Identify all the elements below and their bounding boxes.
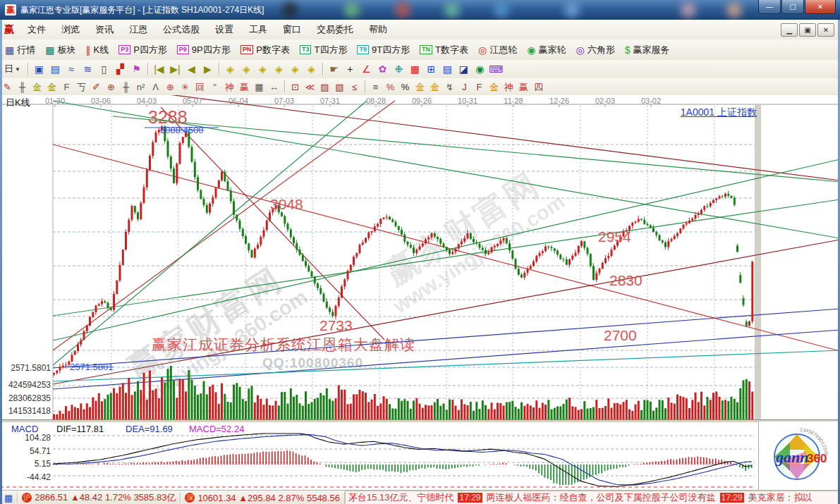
toolbar-button-sectors[interactable]: ▩板块 — [40, 39, 80, 60]
draw-tool-20[interactable]: ⊡ — [288, 82, 303, 92]
draw-tool-11[interactable]: Λ — [148, 82, 163, 92]
draw-tool-36[interactable]: 四 — [531, 82, 546, 92]
first-bar-icon[interactable]: |◀ — [151, 64, 167, 74]
ai-icon[interactable]: ❉ — [391, 64, 407, 74]
gann-diamond-1-icon[interactable]: ◈ — [222, 64, 238, 74]
gann-diamond-4-icon[interactable]: ◈ — [271, 64, 287, 74]
calculator-icon[interactable]: ⊞ — [423, 64, 439, 74]
panel-divider[interactable] — [0, 419, 840, 423]
calendar-icon[interactable]: ▦ — [407, 64, 423, 74]
menu-trade[interactable]: 交易委托 — [309, 20, 361, 39]
draw-tool-24[interactable]: ≤ — [347, 82, 362, 92]
crosshair-icon[interactable]: + — [342, 64, 358, 74]
draw-tool-10[interactable]: n² — [133, 82, 148, 92]
draw-tool-6[interactable]: 丂 — [74, 82, 89, 92]
toolbar-button-kline[interactable]: ∥K线 — [80, 39, 114, 60]
gann-diamond-2-icon[interactable]: ◈ — [238, 64, 255, 74]
menu-formula-picker[interactable]: 公式选股 — [155, 20, 207, 39]
gann-diamond-5-icon[interactable]: ◈ — [287, 64, 303, 74]
draw-tool-8[interactable]: ⊕ — [104, 82, 118, 92]
draw-tool-21[interactable]: ≪ — [303, 82, 317, 92]
toolbar-button-gann-wheel[interactable]: ◎江恩轮 — [473, 39, 522, 60]
last-bar-icon[interactable]: ▶| — [167, 64, 183, 74]
gann-diamond-6-icon[interactable]: ◈ — [303, 64, 319, 74]
wave3-icon[interactable]: ≈ — [63, 64, 80, 74]
minimize-button[interactable]: — — [758, 0, 781, 14]
draw-tool-1[interactable]: ✎ — [0, 82, 15, 92]
status-grid-button[interactable]: ▦ — [0, 492, 18, 503]
prev-bar-icon[interactable]: ◀ — [183, 64, 200, 74]
draw-tool-33[interactable]: 金 — [487, 82, 501, 92]
compare-icon[interactable]: ▞ — [112, 64, 128, 74]
angle-icon[interactable]: ∠ — [358, 64, 375, 74]
draw-tool-2[interactable]: ╫ — [15, 82, 30, 92]
draw-tool-27[interactable]: % — [398, 82, 413, 92]
toolbar-button-t-table[interactable]: TNT数字表 — [415, 39, 473, 60]
menu-window[interactable]: 窗口 — [275, 20, 309, 39]
draw-tool-30[interactable]: ↯ — [442, 82, 457, 92]
close-button[interactable]: ✕ — [805, 0, 836, 14]
remote-icon[interactable]: ⌨ — [488, 64, 504, 74]
menu-news[interactable]: 资讯 — [87, 20, 121, 39]
toolbar-button-hexagon[interactable]: ◎六角形 — [571, 39, 619, 60]
draw-tool-3[interactable]: 金 — [30, 82, 44, 92]
draw-tool-17[interactable]: 赢 — [237, 82, 252, 92]
draw-tool-22[interactable]: ▨ — [317, 82, 332, 92]
draw-tool-18[interactable]: ▦ — [252, 82, 267, 92]
mdi-minimize[interactable]: ▁ — [781, 23, 798, 37]
draw-tool-16[interactable]: 神 — [222, 82, 237, 92]
draw-tool-12[interactable]: ⊕ — [163, 82, 178, 92]
window-icon[interactable]: ▣ — [31, 64, 47, 74]
mdi-restore[interactable]: ▣ — [799, 23, 816, 37]
save-icon[interactable]: ◪ — [456, 64, 472, 74]
news-ticker[interactable]: 茅台15.13亿元、宁德时代17:29两连板人福医药：经自查，公司及下属控股子公… — [345, 491, 840, 504]
draw-tool-28[interactable]: 金 — [413, 82, 427, 92]
quote-list-icon[interactable]: ▤ — [47, 64, 63, 74]
draw-tool-23[interactable]: ▧ — [332, 82, 347, 92]
toolbar-button-p-table[interactable]: PNP数字表 — [236, 39, 295, 60]
draw-tool-15[interactable]: ʺ — [207, 82, 222, 92]
toolbar-button-quotes[interactable]: ▦行情 — [0, 39, 40, 60]
shanghai-index-summary[interactable]: 沪 2866.51 ▲48.42 1.72% 3585.83亿 — [18, 492, 181, 503]
gann-diamond-3-icon[interactable]: ◈ — [255, 64, 271, 74]
menu-settings[interactable]: 设置 — [207, 20, 241, 39]
festival-icon[interactable]: ✿ — [375, 64, 391, 74]
toolbar-button-9p-square[interactable]: P99P四方形 — [172, 39, 236, 60]
flag-icon[interactable]: ⚑ — [128, 64, 145, 74]
draw-tool-13[interactable]: ✳ — [178, 82, 193, 92]
menu-tools[interactable]: 工具 — [241, 20, 275, 39]
toolbar-button-winner-service[interactable]: $赢家服务 — [620, 39, 675, 60]
web-icon[interactable]: ◉ — [472, 64, 488, 74]
chart-area[interactable]: 赢家财富网 www.yingjia360.com 赢家财富网 www.yingj… — [0, 95, 840, 490]
maximize-button[interactable]: ▢ — [781, 0, 804, 14]
mdi-close[interactable]: ✕ — [817, 23, 834, 37]
wave9-icon[interactable]: ≋ — [80, 64, 96, 74]
toolbar-button-p-square[interactable]: P3P四方形 — [114, 39, 172, 60]
draw-tool-7[interactable]: ✐ — [89, 82, 104, 92]
toolbar-button-winner-wheel[interactable]: ◉赢家轮 — [522, 39, 571, 60]
draw-tool-9[interactable]: ╫ — [118, 82, 133, 92]
next-bar-icon[interactable]: ▶ — [200, 64, 216, 74]
draw-tool-32[interactable]: F — [472, 82, 487, 92]
menu-gann[interactable]: 江恩 — [121, 20, 155, 39]
hand-icon[interactable]: ☛ — [326, 64, 342, 74]
draw-tool-5[interactable]: Ϝ — [59, 82, 74, 92]
menu-browse[interactable]: 浏览 — [54, 20, 87, 39]
draw-tool-29[interactable]: 金 — [427, 82, 442, 92]
menu-help[interactable]: 帮助 — [361, 20, 395, 39]
draw-tool-25[interactable]: ≡ — [368, 82, 383, 92]
draw-tool-26[interactable]: % — [383, 82, 398, 92]
draw-tool-31[interactable]: J — [457, 82, 472, 92]
draw-tool-19[interactable]: ↔ — [267, 82, 281, 92]
draw-tool-35[interactable]: 赢 — [516, 82, 531, 92]
candle-style-icon[interactable]: ▯ — [96, 64, 112, 74]
notes-icon[interactable]: ▤ — [439, 64, 456, 74]
shenzhen-index-summary[interactable]: 深 10601.34 ▲295.84 2.87% 5548.56 — [181, 492, 345, 503]
draw-tool-34[interactable]: 神 — [501, 82, 516, 92]
menu-file[interactable]: 文件 — [20, 20, 54, 39]
draw-tool-4[interactable]: 金 — [44, 82, 59, 92]
period-selector[interactable]: 日▼ — [0, 63, 25, 75]
draw-tool-14[interactable]: 回 — [193, 82, 207, 92]
toolbar-button-t-square[interactable]: T3T四方形 — [295, 39, 352, 60]
toolbar-button-9t-square[interactable]: T99T四方形 — [352, 39, 415, 60]
